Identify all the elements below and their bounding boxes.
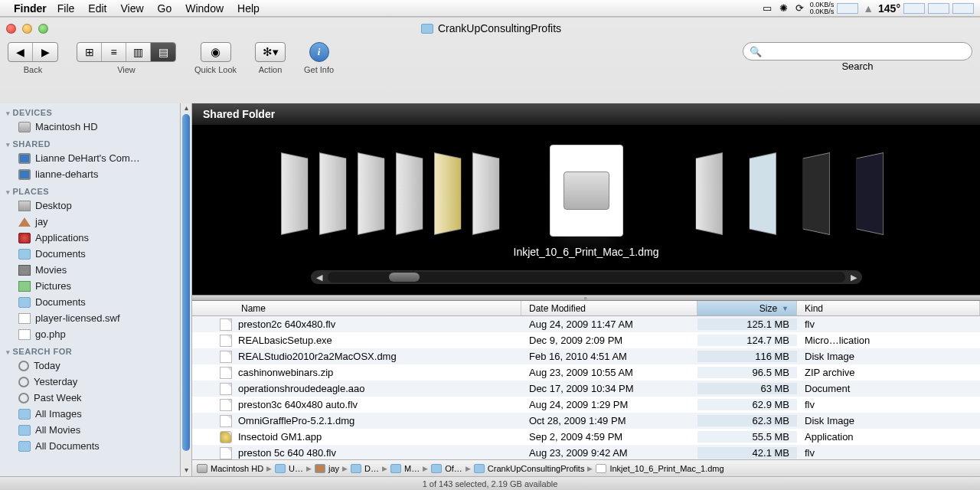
search-field[interactable]: 🔍 [743, 42, 972, 60]
list-view-button[interactable]: ≡ [102, 43, 126, 61]
cover-flow-scrollbar[interactable]: ◀ ▶ [311, 270, 862, 284]
activity-graph-2-icon[interactable] [928, 3, 949, 14]
path-segment[interactable]: U… [275, 464, 303, 473]
path-fold-icon [474, 464, 485, 473]
path-fold-icon [275, 464, 286, 473]
sidebar-item-today[interactable]: Today [0, 358, 180, 374]
chevron-right-icon: ▶ [466, 465, 471, 472]
sidebar-item-yesterday[interactable]: Yesterday [0, 374, 180, 390]
menu-go[interactable]: Go [158, 2, 172, 15]
path-segment[interactable]: D… [351, 464, 379, 473]
table-row[interactable]: preston3c 640x480 auto.flvAug 24, 2009 1… [192, 397, 980, 413]
split-grip[interactable]: ≡ [192, 295, 980, 301]
sidebar-item-documents-2[interactable]: Documents [0, 294, 180, 310]
sidebar-item-past-week[interactable]: Past Week [0, 390, 180, 406]
paw-menu-icon[interactable]: ✺ [779, 2, 788, 14]
menu-file[interactable]: File [57, 2, 75, 15]
menu-window[interactable]: Window [185, 2, 224, 15]
path-segment[interactable]: CrankUpConsultingProfits [474, 464, 585, 473]
minimize-button[interactable] [22, 24, 32, 34]
file-kind: ZIP archive [797, 367, 980, 378]
cover-flow-thumb[interactable] [389, 273, 420, 282]
search-input[interactable] [765, 46, 972, 57]
scroll-up-icon[interactable]: ▴ [181, 103, 191, 114]
column-name[interactable]: Name [192, 301, 521, 315]
sidebar-item-desktop[interactable]: Desktop [0, 198, 180, 214]
close-button[interactable] [6, 24, 16, 34]
cover-flow-center-item[interactable] [550, 145, 623, 237]
cover-flow-left-icon[interactable]: ◀ [311, 273, 328, 283]
table-row[interactable]: OmniGrafflePro-5.2.1.dmgOct 28, 2009 1:4… [192, 413, 980, 429]
path-segment[interactable]: jay [315, 464, 339, 473]
sidebar-header-places[interactable]: PLACES [0, 182, 180, 198]
sidebar-item-macintosh-hd[interactable]: Macintosh HD [0, 119, 180, 135]
column-view-button[interactable]: ▥ [126, 43, 151, 61]
sidebar-item-pictures[interactable]: Pictures [0, 278, 180, 294]
file-date: Aug 24, 2009 1:29 PM [521, 399, 697, 410]
view-segment: ⊞ ≡ ▥ ▤ [77, 42, 176, 62]
back-label: Back [24, 65, 42, 74]
path-segment[interactable]: Of… [431, 464, 462, 473]
sync-menu-icon[interactable]: ⟳ [795, 2, 804, 14]
scrollbar-thumb[interactable] [182, 114, 190, 451]
file-name: operationshroudedeagle.aao [238, 383, 365, 394]
sidebar-item-all-documents[interactable]: All Documents [0, 438, 180, 454]
table-row[interactable]: preston2c 640x480.flvAug 24, 2009 11:47 … [192, 316, 980, 332]
activity-graph-1-icon[interactable] [903, 3, 925, 14]
app-name[interactable]: Finder [14, 2, 47, 15]
network-graph-icon[interactable] [837, 3, 858, 14]
path-segment[interactable]: M… [390, 464, 420, 473]
activity-graph-3-icon[interactable] [952, 3, 974, 14]
sidebar-header-searchfor[interactable]: SEARCH FOR [0, 342, 180, 358]
table-row[interactable]: Insectoid GM1.appSep 2, 2009 4:59 PM55.5… [192, 429, 980, 445]
file-size: 125.1 MB [697, 318, 797, 330]
sidebar-header-devices[interactable]: DEVICES [0, 103, 180, 119]
cover-flow[interactable]: Inkjet_10_6_Print_Mac_1.dmg ◀ ▶ [192, 125, 980, 295]
file-date: Dec 17, 2009 10:34 PM [521, 383, 697, 394]
sidebar-item-all-images[interactable]: All Images [0, 406, 180, 422]
sidebar-item-all-movies[interactable]: All Movies [0, 422, 180, 438]
path-segment[interactable]: Inkjet_10_6_Print_Mac_1.dmg [596, 464, 724, 473]
sidebar-scrollbar[interactable]: ▴ ▾ [181, 103, 192, 476]
path-segment[interactable]: Macintosh HD [197, 464, 263, 473]
display-menu-icon[interactable]: ▭ [763, 2, 772, 14]
sidebar-header-shared[interactable]: SHARED [0, 135, 180, 150]
quick-look-button[interactable]: ◉ [201, 42, 231, 62]
file-date: Dec 9, 2009 2:09 PM [521, 335, 697, 346]
file-kind: Document [797, 383, 980, 394]
temperature-reading[interactable]: 145° [878, 2, 900, 15]
table-row[interactable]: REALbasicSetup.exeDec 9, 2009 2:09 PM124… [192, 332, 980, 348]
sidebar-item-movies[interactable]: Movies [0, 262, 180, 278]
menu-edit[interactable]: Edit [88, 2, 106, 15]
smart-folder-icon [18, 441, 31, 452]
scroll-down-icon[interactable]: ▾ [181, 466, 191, 476]
get-info-button[interactable]: i [309, 42, 329, 62]
cover-flow-label: Inkjet_10_6_Print_Mac_1.dmg [192, 246, 980, 258]
sidebar-item-home[interactable]: jay [0, 214, 180, 230]
menu-view[interactable]: View [120, 2, 143, 15]
sidebar-item-shared-0[interactable]: Lianne DeHart's Com… [0, 150, 180, 166]
column-date[interactable]: Date Modified [521, 301, 697, 315]
icon-view-button[interactable]: ⊞ [77, 43, 102, 61]
action-button[interactable]: ✻▾ [255, 42, 286, 62]
file-size: 124.7 MB [697, 335, 797, 346]
table-row[interactable]: REALStudio2010r2a2MacOSX.dmgFeb 16, 2010… [192, 348, 980, 364]
zoom-button[interactable] [38, 24, 48, 34]
sidebar-item-shared-1[interactable]: lianne-deharts [0, 166, 180, 182]
cover-flow-right-icon[interactable]: ▶ [845, 273, 862, 283]
coverflow-view-button[interactable]: ▤ [151, 43, 175, 61]
table-row[interactable]: operationshroudedeagle.aaoDec 17, 2009 1… [192, 381, 980, 397]
column-size[interactable]: Size▼ [697, 301, 797, 315]
path-hd-icon [197, 464, 207, 473]
sidebar-item-applications[interactable]: Applications [0, 230, 180, 246]
table-row[interactable]: preston 5c 640 480.flvAug 23, 2009 9:42 … [192, 445, 980, 459]
column-kind[interactable]: Kind [797, 301, 980, 315]
menu-help[interactable]: Help [237, 2, 260, 15]
forward-button[interactable]: ▶ [33, 43, 57, 61]
sidebar-item-player-swf[interactable]: player-licensed.swf [0, 310, 180, 326]
path-bar: Macintosh HD▶U…▶jay▶D…▶M…▶Of…▶CrankUpCon… [192, 459, 980, 476]
sidebar-item-go-php[interactable]: go.php [0, 326, 180, 342]
table-row[interactable]: cashinonwebinars.zipAug 23, 2009 10:55 A… [192, 364, 980, 381]
sidebar-item-documents[interactable]: Documents [0, 246, 180, 262]
back-button[interactable]: ◀ [8, 43, 33, 61]
